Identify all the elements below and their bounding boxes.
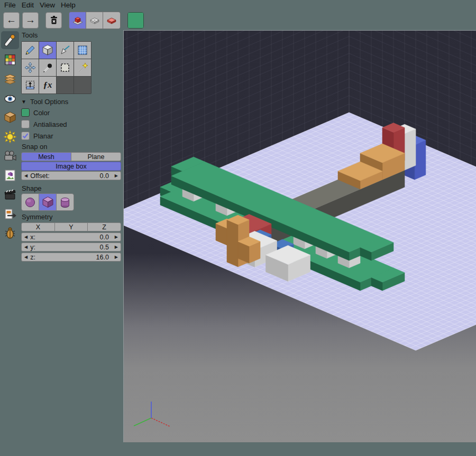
symmetry-y-button[interactable]: Y (55, 223, 88, 231)
snap-mesh-button[interactable]: Mesh (22, 153, 71, 161)
sub-mode-button[interactable] (86, 12, 103, 29)
y-increment[interactable]: ▶ (112, 245, 121, 249)
tool-pencil[interactable] (22, 42, 39, 59)
rail-debug-button[interactable] (1, 224, 19, 242)
color-option-swatch[interactable] (21, 108, 30, 117)
magic-wand-icon (77, 62, 88, 73)
menu-help[interactable]: Help (61, 1, 76, 9)
rail-render-button[interactable] (1, 185, 19, 203)
x-increment[interactable]: ▶ (112, 235, 121, 239)
tool-extrude[interactable] (22, 77, 39, 94)
palette-icon (3, 53, 17, 67)
side-panel: Tools (20, 30, 123, 456)
left-rail (0, 30, 20, 456)
tool-pointer[interactable] (57, 42, 74, 59)
current-color (128, 13, 143, 28)
x-value: 0.0 (99, 234, 108, 241)
planar-option: Planar (21, 131, 53, 141)
antialiased-checkbox[interactable] (21, 120, 30, 128)
paint-block-icon (105, 14, 118, 26)
mode-group (69, 12, 121, 29)
shape-cylinder-button[interactable] (57, 194, 74, 210)
menu-file[interactable]: File (4, 1, 16, 9)
offset-label: Offset: (30, 172, 50, 180)
add-mode-button[interactable] (69, 12, 86, 29)
pointer-icon (59, 44, 71, 56)
tool-options-label: Tool Options (30, 98, 68, 106)
fx-icon: ƒx (43, 80, 52, 90)
delete-button[interactable] (45, 12, 62, 29)
menubar: File Edit View Help (0, 0, 476, 10)
rail-export-button[interactable] (1, 205, 19, 223)
rail-layers-button[interactable] (1, 70, 19, 88)
planar-checkbox[interactable] (21, 132, 30, 140)
snap-mesh-plane: Mesh Plane (21, 152, 121, 161)
menu-view[interactable]: View (40, 1, 55, 9)
tool-fx[interactable]: ƒx (39, 77, 56, 94)
tool-wand[interactable] (74, 59, 91, 76)
y-value: 0.5 (99, 244, 108, 251)
offset-spinner[interactable]: ◀ Offset: 0.0 ▶ (21, 171, 121, 180)
pencil-icon (24, 44, 36, 56)
rail-camera-button[interactable] (1, 147, 19, 165)
snap-plane-button[interactable]: Plane (71, 153, 121, 161)
bottom-bar (0, 442, 476, 456)
add-block-icon (71, 14, 84, 26)
snap-on-label: Snap on (22, 143, 47, 151)
sphere-icon (24, 196, 36, 209)
snap-imagebox-button[interactable]: Image box (21, 162, 121, 171)
offset-decrement[interactable]: ◀ (22, 173, 30, 178)
rail-view-button[interactable] (1, 89, 19, 107)
paint-mode-button[interactable] (103, 12, 120, 29)
shape-cube-button[interactable] (39, 194, 57, 210)
tool-picker[interactable] (39, 59, 56, 76)
z-increment[interactable]: ▶ (112, 255, 121, 259)
rail-image-button[interactable] (1, 166, 19, 184)
color-option-label: Color (33, 109, 50, 117)
tool-move[interactable] (22, 59, 39, 76)
tool-grid: ƒx (21, 41, 91, 94)
toolbar: ← → (3, 11, 144, 29)
tool-select[interactable] (57, 59, 74, 76)
move-icon (24, 62, 36, 73)
shape-label: Shape (22, 184, 42, 192)
voxel-scene[interactable] (124, 31, 476, 442)
y-decrement[interactable]: ◀ (22, 245, 30, 249)
x-label: x: (30, 234, 35, 241)
shape-group (21, 193, 74, 211)
back-arrow-icon: ← (6, 14, 16, 26)
z-decrement[interactable]: ◀ (22, 255, 30, 259)
x-decrement[interactable]: ◀ (22, 235, 30, 239)
symmetry-x-spinner[interactable]: ◀ x: 0.0 ▶ (21, 232, 121, 241)
undo-button[interactable]: ← (3, 12, 20, 29)
rail-light-button[interactable] (1, 128, 19, 146)
offset-increment[interactable]: ▶ (112, 173, 121, 178)
symmetry-z-spinner[interactable]: ◀ z: 16.0 ▶ (21, 253, 121, 262)
redo-button[interactable]: → (22, 12, 39, 29)
tool-options-header[interactable]: ▼ Tool Options (21, 97, 68, 106)
tools-title: Tools (22, 31, 38, 39)
symmetry-x-button[interactable]: X (22, 223, 55, 231)
symmetry-y-spinner[interactable]: ◀ y: 0.5 ▶ (21, 243, 121, 252)
snap-imagebox-label: Image box (56, 163, 86, 170)
collapse-icon: ▼ (21, 99, 26, 105)
rail-material-button[interactable] (1, 108, 19, 126)
viewport-3d[interactable] (123, 30, 476, 442)
bug-icon (3, 226, 17, 240)
camera-icon (3, 149, 17, 163)
tool-grid-empty (57, 77, 74, 94)
selection-icon (59, 62, 71, 73)
z-label: z: (30, 254, 35, 261)
shape-sphere-button[interactable] (22, 194, 39, 210)
y-label: y: (30, 244, 35, 251)
rail-tools-button[interactable] (1, 31, 19, 49)
cylinder-icon (59, 196, 71, 209)
tool-grid-plane[interactable] (74, 42, 91, 59)
color-swatch-button[interactable] (127, 12, 144, 29)
menu-edit[interactable]: Edit (22, 1, 34, 9)
planar-label: Planar (33, 132, 53, 140)
symmetry-z-button[interactable]: Z (88, 223, 121, 231)
tool-cube[interactable] (39, 42, 56, 59)
rail-palette-button[interactable] (1, 51, 19, 69)
eyedropper-icon (42, 62, 53, 73)
